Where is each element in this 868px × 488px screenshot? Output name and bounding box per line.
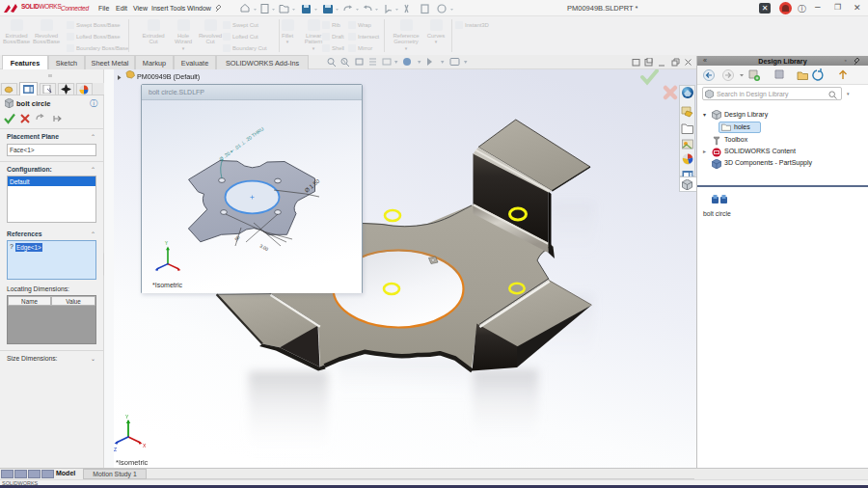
svg-text:*Isometric: *Isometric [116,458,149,467]
svg-text:*Isometric: *Isometric [152,282,183,288]
svg-text:Z: Z [114,447,117,452]
svg-text:PM00949B (Default): PM00949B (Default) [137,72,200,81]
svg-text:Y: Y [165,241,168,246]
